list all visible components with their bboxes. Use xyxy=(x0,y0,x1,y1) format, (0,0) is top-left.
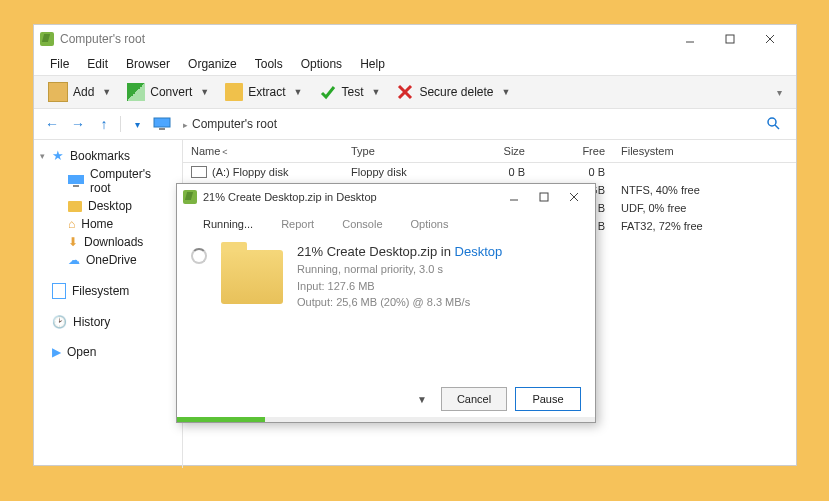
progress-bar xyxy=(177,417,595,422)
dialog-input: Input: 127.6 MB xyxy=(297,278,581,295)
maximize-button[interactable] xyxy=(710,25,750,53)
tab-console[interactable]: Console xyxy=(328,212,396,236)
secure-delete-button[interactable]: Secure delete▼ xyxy=(390,80,516,104)
col-name-header[interactable]: Name< xyxy=(183,145,343,157)
add-label: Add xyxy=(73,85,94,99)
separator xyxy=(120,116,121,132)
titlebar[interactable]: Computer's root xyxy=(34,25,796,53)
menu-organize[interactable]: Organize xyxy=(180,55,245,73)
cloud-icon: ☁ xyxy=(68,253,80,267)
cell-name: (A:) Floppy disk xyxy=(212,166,288,178)
box-icon xyxy=(48,82,68,102)
col-filesystem-header[interactable]: Filesystem xyxy=(613,145,733,157)
menubar: File Edit Browser Organize Tools Options… xyxy=(34,53,796,75)
sidebar-filesystem[interactable]: Filesystem xyxy=(38,281,178,301)
extract-button[interactable]: Extract▼ xyxy=(219,80,308,104)
sidebar-item-desktop[interactable]: Desktop xyxy=(38,197,178,215)
test-button[interactable]: Test▼ xyxy=(313,80,387,104)
dialog-titlebar[interactable]: 21% Create Desktop.zip in Desktop xyxy=(177,184,595,210)
dialog-status: Running, normal priority, 3.0 s xyxy=(297,261,581,278)
star-icon: ★ xyxy=(52,148,64,163)
address-bar[interactable]: ▸Computer's root xyxy=(177,117,752,131)
caret-down-icon: ▼ xyxy=(200,87,209,97)
bookmarks-label: Bookmarks xyxy=(70,149,130,163)
caret-down-icon: ▼ xyxy=(502,87,511,97)
download-icon: ⬇ xyxy=(68,235,78,249)
progress-fill xyxy=(177,417,265,422)
cell-fs: NTFS, 40% free xyxy=(613,184,733,196)
sidebar-bookmarks[interactable]: ▾★Bookmarks xyxy=(38,146,178,165)
path-text: Computer's root xyxy=(192,117,277,131)
sidebar-item-computers-root[interactable]: Computer's root xyxy=(38,165,178,197)
navbar: ← → ↑ ▾ ▸Computer's root xyxy=(34,109,796,140)
caret-down-icon: ▼ xyxy=(102,87,111,97)
sidebar: ▾★Bookmarks Computer's root Desktop ⌂Hom… xyxy=(34,140,182,468)
minimize-button[interactable] xyxy=(670,25,710,53)
svg-line-9 xyxy=(775,125,779,129)
sidebar-item-onedrive[interactable]: ☁OneDrive xyxy=(38,251,178,269)
sidebar-item-home[interactable]: ⌂Home xyxy=(38,215,178,233)
dialog-title: 21% Create Desktop.zip in Desktop xyxy=(203,191,499,203)
dropdown-caret-icon[interactable]: ▼ xyxy=(417,394,427,405)
dialog-tabs: Running... Report Console Options xyxy=(177,210,595,238)
nav-back-button[interactable]: ← xyxy=(42,114,62,134)
close-button[interactable] xyxy=(750,25,790,53)
pause-button[interactable]: Pause xyxy=(515,387,581,411)
svg-rect-13 xyxy=(540,193,548,201)
nav-forward-button[interactable]: → xyxy=(68,114,88,134)
svg-point-8 xyxy=(768,118,776,126)
col-free-header[interactable]: Free xyxy=(533,145,613,157)
home-icon: ⌂ xyxy=(68,217,75,231)
open-label: Open xyxy=(67,345,96,359)
sidebar-item-downloads[interactable]: ⬇Downloads xyxy=(38,233,178,251)
tab-running[interactable]: Running... xyxy=(189,212,267,236)
menu-options[interactable]: Options xyxy=(293,55,350,73)
nav-up-button[interactable]: ↑ xyxy=(94,114,114,134)
chevron-down-icon: ▾ xyxy=(777,87,782,98)
search-button[interactable] xyxy=(758,116,788,133)
menu-browser[interactable]: Browser xyxy=(118,55,178,73)
dialog-close-button[interactable] xyxy=(559,183,589,211)
history-label: History xyxy=(73,315,110,329)
check-icon xyxy=(319,83,337,101)
filesystem-label: Filesystem xyxy=(72,284,129,298)
floppy-icon xyxy=(191,166,207,178)
sort-asc-icon: < xyxy=(222,147,227,157)
dialog-minimize-button[interactable] xyxy=(499,183,529,211)
tab-report[interactable]: Report xyxy=(267,212,328,236)
cell-fs: FAT32, 72% free xyxy=(613,220,733,232)
cancel-button[interactable]: Cancel xyxy=(441,387,507,411)
convert-button[interactable]: Convert▼ xyxy=(121,80,215,104)
menu-file[interactable]: File xyxy=(42,55,77,73)
col-type-header[interactable]: Type xyxy=(343,145,453,157)
destination-link[interactable]: Desktop xyxy=(455,244,503,259)
table-row[interactable]: (A:) Floppy disk Floppy disk 0 B 0 B xyxy=(183,163,796,181)
search-icon xyxy=(766,116,780,130)
toolbar-overflow[interactable]: ▾ xyxy=(771,84,788,101)
cell-size: 0 B xyxy=(453,166,533,178)
nav-dropdown[interactable]: ▾ xyxy=(127,114,147,134)
dialog-maximize-button[interactable] xyxy=(529,183,559,211)
svg-rect-10 xyxy=(68,175,84,184)
col-size-header[interactable]: Size xyxy=(453,145,533,157)
menu-help[interactable]: Help xyxy=(352,55,393,73)
item-label: Home xyxy=(81,217,113,231)
play-icon: ▶ xyxy=(52,345,61,359)
test-label: Test xyxy=(342,85,364,99)
menu-tools[interactable]: Tools xyxy=(247,55,291,73)
monitor-icon xyxy=(68,175,84,187)
sidebar-open[interactable]: ▶Open xyxy=(38,343,178,361)
item-label: Downloads xyxy=(84,235,143,249)
sidebar-history[interactable]: 🕑History xyxy=(38,313,178,331)
svg-rect-1 xyxy=(726,35,734,43)
add-button[interactable]: Add▼ xyxy=(42,79,117,105)
column-headers[interactable]: Name< Type Size Free Filesystem xyxy=(183,140,796,163)
svg-rect-7 xyxy=(159,128,165,130)
tab-options[interactable]: Options xyxy=(397,212,463,236)
menu-edit[interactable]: Edit xyxy=(79,55,116,73)
dialog-output: Output: 25,6 MB (20%) @ 8.3 MB/s xyxy=(297,294,581,311)
dialog-headline: 21% Create Desktop.zip in Desktop xyxy=(297,244,581,259)
app-icon xyxy=(183,190,197,204)
spinner-icon xyxy=(191,248,207,264)
svg-rect-6 xyxy=(154,118,170,127)
